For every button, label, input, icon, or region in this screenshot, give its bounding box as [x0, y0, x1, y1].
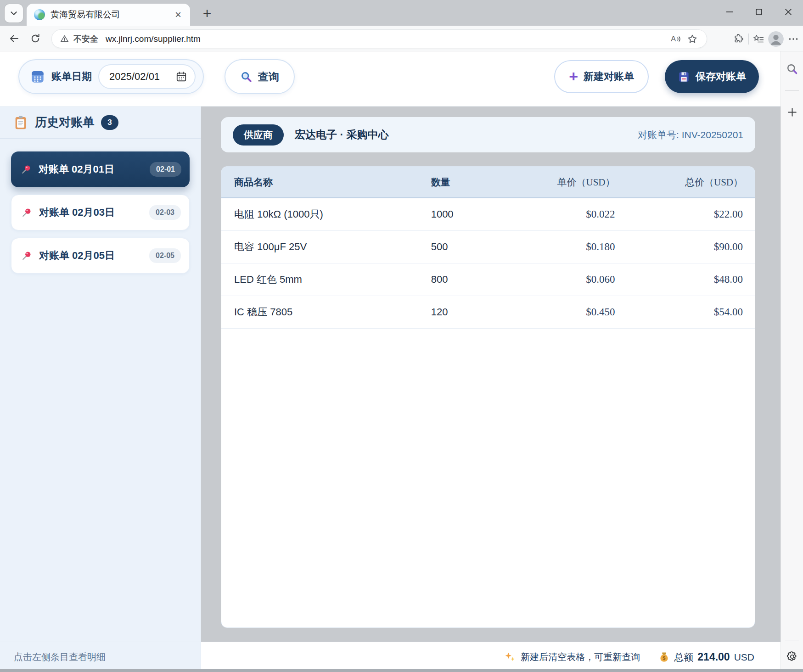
cell-product-name: 电容 100μF 25V — [221, 230, 431, 263]
svg-text:$: $ — [663, 655, 666, 661]
clipboard-icon — [13, 115, 28, 130]
invoice-table-card: 商品名称 数量 单价（USD） 总价（USD） 电阻 10kΩ (1000只) … — [221, 166, 755, 628]
supplier-header-card: 供应商 宏达电子 · 采购中心 对账单号: INV-20250201 — [221, 117, 755, 152]
history-list: 对账单 02月01日 02-01 对账单 02月03日 02-03 对账单 02… — [0, 139, 201, 286]
col-total-price: 总价（USD） — [615, 167, 755, 198]
history-sidebar: 历史对账单 3 对账单 02月01日 02-01 对账单 02月03日 02-0… — [0, 106, 201, 642]
history-header: 历史对账单 3 — [0, 106, 201, 139]
money-bag-icon: $ — [658, 651, 670, 663]
sidebar-item-date-badge: 02-05 — [149, 248, 181, 263]
save-invoice-button[interactable]: 保存对账单 — [665, 60, 759, 93]
date-picker-icon[interactable] — [175, 71, 187, 83]
cell-product-name: IC 稳压 7805 — [221, 296, 431, 328]
history-count-badge: 3 — [101, 115, 118, 130]
rail-add-button[interactable] — [785, 105, 800, 120]
cell-unit-price: $0.450 — [515, 296, 615, 328]
sidebar-footer-hint: 点击左侧条目查看明细 — [0, 642, 201, 672]
col-product-name: 商品名称 — [221, 167, 431, 198]
security-label: 不安全 — [73, 34, 98, 45]
app-toolbar: 账单日期 2025/02/01 查询 + 新建对账单 保存对账单 — [0, 51, 781, 106]
browser-side-rail — [781, 51, 803, 672]
query-button[interactable]: 查询 — [225, 59, 295, 94]
new-tab-button[interactable]: + — [198, 5, 216, 22]
cell-total-price: $48.00 — [615, 263, 755, 296]
maximize-icon — [754, 7, 764, 17]
profile-avatar[interactable] — [768, 31, 784, 47]
favorites-bar-icon[interactable] — [752, 33, 764, 45]
cell-unit-price: $0.180 — [515, 230, 615, 263]
total-value: 214.00 — [697, 651, 730, 663]
sparkles-icon — [504, 651, 516, 663]
footer-hint-text: 新建后清空表格，可重新查询 — [521, 651, 640, 663]
divider — [748, 34, 749, 45]
sidebar-item-label: 对账单 02月01日 — [39, 162, 143, 176]
plus-icon: + — [569, 68, 578, 84]
refresh-button[interactable] — [28, 31, 43, 46]
tab-title: 黄海贸易有限公司 — [51, 9, 166, 21]
pushpin-icon — [21, 250, 33, 262]
calendar-icon — [30, 69, 45, 84]
chevron-down-icon — [10, 9, 18, 17]
total-label: 总额 — [674, 651, 693, 664]
tab-strip: 黄海贸易有限公司 × + — [0, 0, 803, 26]
table-row: 电阻 10kΩ (1000只) 1000 $0.022 $22.00 — [221, 198, 755, 230]
new-invoice-button[interactable]: + 新建对账单 — [554, 60, 649, 93]
plus-icon — [786, 106, 798, 118]
favicon-globe-icon — [34, 9, 45, 20]
favorite-star-icon[interactable] — [686, 33, 698, 45]
address-bar[interactable]: 不安全 wx.jlnrj.com/supplier.htm A — [51, 29, 707, 48]
table-row: 电容 100μF 25V 500 $0.180 $90.00 — [221, 230, 755, 263]
tab-search-button[interactable] — [5, 4, 23, 22]
new-invoice-label: 新建对账单 — [584, 70, 634, 84]
history-title: 历史对账单 — [35, 114, 95, 130]
cell-quantity: 800 — [431, 263, 515, 296]
back-button[interactable] — [6, 31, 22, 46]
back-arrow-icon — [9, 33, 20, 44]
query-button-label: 查询 — [258, 70, 279, 84]
minimize-icon — [724, 7, 735, 17]
bill-date-label: 账单日期 — [51, 70, 92, 84]
minimize-button[interactable] — [715, 0, 744, 24]
save-invoice-label: 保存对账单 — [696, 70, 746, 84]
gear-icon — [786, 650, 798, 663]
bill-date-input[interactable]: 2025/02/01 — [98, 64, 196, 89]
floppy-disk-icon — [678, 71, 690, 83]
sidebar-item-label: 对账单 02月05日 — [39, 249, 143, 263]
cell-total-price: $22.00 — [615, 198, 755, 230]
pushpin-icon — [21, 207, 33, 218]
supplier-badge: 供应商 — [233, 124, 284, 146]
cell-total-price: $54.00 — [615, 296, 755, 328]
maximize-button[interactable] — [744, 0, 774, 24]
avatar-person-icon — [768, 31, 784, 47]
bill-date-value: 2025/02/01 — [109, 71, 160, 83]
footer-total: $ 总额 214.00 USD — [658, 651, 754, 664]
total-currency: USD — [734, 652, 754, 663]
search-icon — [240, 71, 253, 83]
search-icon — [786, 63, 798, 75]
sidebar-item-invoice-0201[interactable]: 对账单 02月01日 02-01 — [11, 151, 190, 187]
cell-quantity: 120 — [431, 296, 515, 328]
more-menu-icon[interactable] — [787, 33, 799, 45]
cell-product-name: LED 红色 5mm — [221, 263, 431, 296]
divider — [785, 90, 799, 91]
read-aloud-icon[interactable]: A — [670, 33, 682, 45]
extensions-puzzle-icon[interactable] — [733, 33, 745, 45]
main-footer: 新建后清空表格，可重新查询 $ 总额 214.00 USD — [201, 642, 781, 672]
bill-date-group: 账单日期 2025/02/01 — [18, 59, 204, 94]
tab-close-icon[interactable]: × — [172, 8, 185, 21]
close-icon — [783, 7, 793, 17]
svg-text:A: A — [671, 34, 676, 43]
not-secure-warning-icon — [60, 34, 69, 43]
rail-settings-button[interactable] — [785, 649, 800, 664]
url-text: wx.jlnrj.com/supplier.htm — [106, 34, 201, 44]
rail-search-button[interactable] — [785, 62, 800, 77]
navbar-right-icons — [733, 29, 799, 48]
browser-tab[interactable]: 黄海贸易有限公司 × — [27, 4, 190, 26]
close-button[interactable] — [774, 0, 803, 24]
cell-product-name: 电阻 10kΩ (1000只) — [221, 198, 431, 230]
sidebar-item-invoice-0205[interactable]: 对账单 02月05日 02-05 — [11, 238, 190, 274]
col-unit-price: 单价（USD） — [515, 167, 615, 198]
table-row: IC 稳压 7805 120 $0.450 $54.00 — [221, 296, 755, 328]
sidebar-item-label: 对账单 02月03日 — [39, 206, 143, 219]
sidebar-item-invoice-0203[interactable]: 对账单 02月03日 02-03 — [11, 195, 190, 230]
